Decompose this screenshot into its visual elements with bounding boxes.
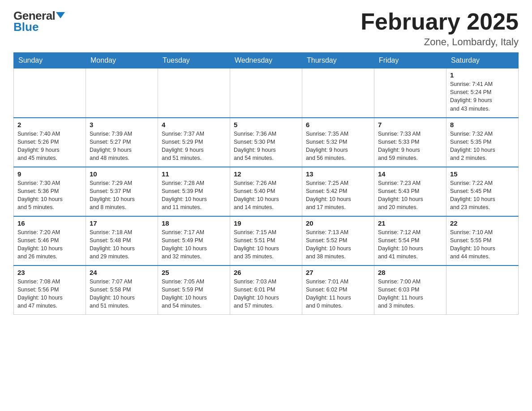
day-info-text: Sunrise: 7:37 AMSunset: 5:29 PMDaylight:… xyxy=(162,130,226,163)
day-number: 2 xyxy=(17,121,82,128)
month-year-title: February 2025 xyxy=(360,9,519,34)
day-of-week-header: Wednesday xyxy=(230,53,302,68)
day-number: 7 xyxy=(378,121,442,128)
calendar-day-cell: 22Sunrise: 7:10 AMSunset: 5:55 PMDayligh… xyxy=(446,216,519,265)
calendar-week-row: 23Sunrise: 7:08 AMSunset: 5:56 PMDayligh… xyxy=(14,265,519,315)
day-number: 22 xyxy=(450,219,515,227)
logo: General Blue xyxy=(13,9,65,34)
calendar-day-cell: 16Sunrise: 7:20 AMSunset: 5:46 PMDayligh… xyxy=(14,216,86,265)
day-info-text: Sunrise: 7:23 AMSunset: 5:43 PMDaylight:… xyxy=(378,179,442,212)
calendar-day-cell xyxy=(158,68,230,118)
day-info-text: Sunrise: 7:30 AMSunset: 5:36 PMDaylight:… xyxy=(17,179,82,212)
day-number: 5 xyxy=(234,121,298,128)
day-number: 10 xyxy=(90,170,154,178)
day-info-text: Sunrise: 7:03 AMSunset: 6:01 PMDaylight:… xyxy=(234,278,298,310)
day-number: 12 xyxy=(234,170,298,178)
calendar-day-cell: 5Sunrise: 7:36 AMSunset: 5:30 PMDaylight… xyxy=(230,118,302,167)
title-block: February 2025 Zone, Lombardy, Italy xyxy=(360,9,519,48)
day-number: 21 xyxy=(378,219,442,227)
calendar-day-cell: 21Sunrise: 7:12 AMSunset: 5:54 PMDayligh… xyxy=(374,216,446,265)
day-number: 14 xyxy=(378,170,442,178)
day-info-text: Sunrise: 7:25 AMSunset: 5:42 PMDaylight:… xyxy=(306,179,370,212)
day-number: 1 xyxy=(450,71,515,79)
day-info-text: Sunrise: 7:35 AMSunset: 5:32 PMDaylight:… xyxy=(306,130,370,163)
day-info-text: Sunrise: 7:13 AMSunset: 5:52 PMDaylight:… xyxy=(306,228,370,261)
day-number: 8 xyxy=(450,121,515,128)
day-number: 17 xyxy=(90,219,154,227)
calendar-day-cell: 27Sunrise: 7:01 AMSunset: 6:02 PMDayligh… xyxy=(302,265,374,315)
calendar-day-cell: 14Sunrise: 7:23 AMSunset: 5:43 PMDayligh… xyxy=(374,167,446,216)
calendar-day-cell: 19Sunrise: 7:15 AMSunset: 5:51 PMDayligh… xyxy=(230,216,302,265)
calendar-day-cell: 25Sunrise: 7:05 AMSunset: 5:59 PMDayligh… xyxy=(158,265,230,315)
day-number: 23 xyxy=(17,269,82,276)
calendar-day-cell: 12Sunrise: 7:26 AMSunset: 5:40 PMDayligh… xyxy=(230,167,302,216)
day-info-text: Sunrise: 7:39 AMSunset: 5:27 PMDaylight:… xyxy=(90,130,154,163)
day-number: 25 xyxy=(162,269,226,276)
calendar-day-cell: 3Sunrise: 7:39 AMSunset: 5:27 PMDaylight… xyxy=(86,118,158,167)
day-of-week-header: Friday xyxy=(374,53,446,68)
calendar-week-row: 1Sunrise: 7:41 AMSunset: 5:24 PMDaylight… xyxy=(14,68,519,118)
logo-blue-text: Blue xyxy=(13,20,39,34)
location-subtitle: Zone, Lombardy, Italy xyxy=(360,36,519,48)
day-info-text: Sunrise: 7:18 AMSunset: 5:48 PMDaylight:… xyxy=(90,228,154,261)
calendar-day-cell: 13Sunrise: 7:25 AMSunset: 5:42 PMDayligh… xyxy=(302,167,374,216)
day-number: 3 xyxy=(90,121,154,128)
calendar-day-cell: 10Sunrise: 7:29 AMSunset: 5:37 PMDayligh… xyxy=(86,167,158,216)
calendar-day-cell: 8Sunrise: 7:32 AMSunset: 5:35 PMDaylight… xyxy=(446,118,519,167)
day-number: 11 xyxy=(162,170,226,178)
day-number: 27 xyxy=(306,269,370,276)
calendar-day-cell xyxy=(230,68,302,118)
day-number: 15 xyxy=(450,170,515,178)
day-info-text: Sunrise: 7:29 AMSunset: 5:37 PMDaylight:… xyxy=(90,179,154,212)
day-info-text: Sunrise: 7:10 AMSunset: 5:55 PMDaylight:… xyxy=(450,228,515,261)
day-number: 6 xyxy=(306,121,370,128)
page-header: General Blue February 2025 Zone, Lombard… xyxy=(13,9,519,48)
calendar-day-cell: 4Sunrise: 7:37 AMSunset: 5:29 PMDaylight… xyxy=(158,118,230,167)
day-info-text: Sunrise: 7:20 AMSunset: 5:46 PMDaylight:… xyxy=(17,228,82,261)
day-info-text: Sunrise: 7:07 AMSunset: 5:58 PMDaylight:… xyxy=(90,278,154,310)
day-info-text: Sunrise: 7:22 AMSunset: 5:45 PMDaylight:… xyxy=(450,179,515,212)
day-number: 28 xyxy=(378,269,442,276)
day-of-week-header: Saturday xyxy=(446,53,519,68)
day-of-week-header: Thursday xyxy=(302,53,374,68)
day-of-week-header: Monday xyxy=(86,53,158,68)
calendar-day-cell: 17Sunrise: 7:18 AMSunset: 5:48 PMDayligh… xyxy=(86,216,158,265)
calendar-day-cell: 15Sunrise: 7:22 AMSunset: 5:45 PMDayligh… xyxy=(446,167,519,216)
day-info-text: Sunrise: 7:05 AMSunset: 5:59 PMDaylight:… xyxy=(162,278,226,310)
calendar-day-cell: 23Sunrise: 7:08 AMSunset: 5:56 PMDayligh… xyxy=(14,265,86,315)
day-of-week-header: Sunday xyxy=(14,53,86,68)
day-info-text: Sunrise: 7:12 AMSunset: 5:54 PMDaylight:… xyxy=(378,228,442,261)
calendar-week-row: 9Sunrise: 7:30 AMSunset: 5:36 PMDaylight… xyxy=(14,167,519,216)
calendar-day-cell: 7Sunrise: 7:33 AMSunset: 5:33 PMDaylight… xyxy=(374,118,446,167)
day-info-text: Sunrise: 7:17 AMSunset: 5:49 PMDaylight:… xyxy=(162,228,226,261)
day-number: 13 xyxy=(306,170,370,178)
calendar-day-cell: 6Sunrise: 7:35 AMSunset: 5:32 PMDaylight… xyxy=(302,118,374,167)
day-info-text: Sunrise: 7:26 AMSunset: 5:40 PMDaylight:… xyxy=(234,179,298,212)
calendar-day-cell xyxy=(374,68,446,118)
day-info-text: Sunrise: 7:33 AMSunset: 5:33 PMDaylight:… xyxy=(378,130,442,163)
day-info-text: Sunrise: 7:01 AMSunset: 6:02 PMDaylight:… xyxy=(306,278,370,310)
day-info-text: Sunrise: 7:00 AMSunset: 6:03 PMDaylight:… xyxy=(378,278,442,310)
calendar-day-cell xyxy=(14,68,86,118)
calendar-day-cell: 1Sunrise: 7:41 AMSunset: 5:24 PMDaylight… xyxy=(446,68,519,118)
calendar-day-cell: 2Sunrise: 7:40 AMSunset: 5:26 PMDaylight… xyxy=(14,118,86,167)
day-info-text: Sunrise: 7:15 AMSunset: 5:51 PMDaylight:… xyxy=(234,228,298,261)
calendar-week-row: 2Sunrise: 7:40 AMSunset: 5:26 PMDaylight… xyxy=(14,118,519,167)
calendar-day-cell xyxy=(302,68,374,118)
calendar-day-cell: 24Sunrise: 7:07 AMSunset: 5:58 PMDayligh… xyxy=(86,265,158,315)
day-info-text: Sunrise: 7:36 AMSunset: 5:30 PMDaylight:… xyxy=(234,130,298,163)
calendar-header-row: SundayMondayTuesdayWednesdayThursdayFrid… xyxy=(14,53,519,68)
day-number: 19 xyxy=(234,219,298,227)
calendar-day-cell: 9Sunrise: 7:30 AMSunset: 5:36 PMDaylight… xyxy=(14,167,86,216)
calendar-week-row: 16Sunrise: 7:20 AMSunset: 5:46 PMDayligh… xyxy=(14,216,519,265)
day-number: 24 xyxy=(90,269,154,276)
calendar-day-cell xyxy=(86,68,158,118)
day-number: 20 xyxy=(306,219,370,227)
day-number: 26 xyxy=(234,269,298,276)
day-number: 18 xyxy=(162,219,226,227)
day-info-text: Sunrise: 7:41 AMSunset: 5:24 PMDaylight:… xyxy=(450,80,515,113)
calendar-day-cell: 28Sunrise: 7:00 AMSunset: 6:03 PMDayligh… xyxy=(374,265,446,315)
day-info-text: Sunrise: 7:08 AMSunset: 5:56 PMDaylight:… xyxy=(17,278,82,310)
day-info-text: Sunrise: 7:32 AMSunset: 5:35 PMDaylight:… xyxy=(450,130,515,163)
day-number: 4 xyxy=(162,121,226,128)
